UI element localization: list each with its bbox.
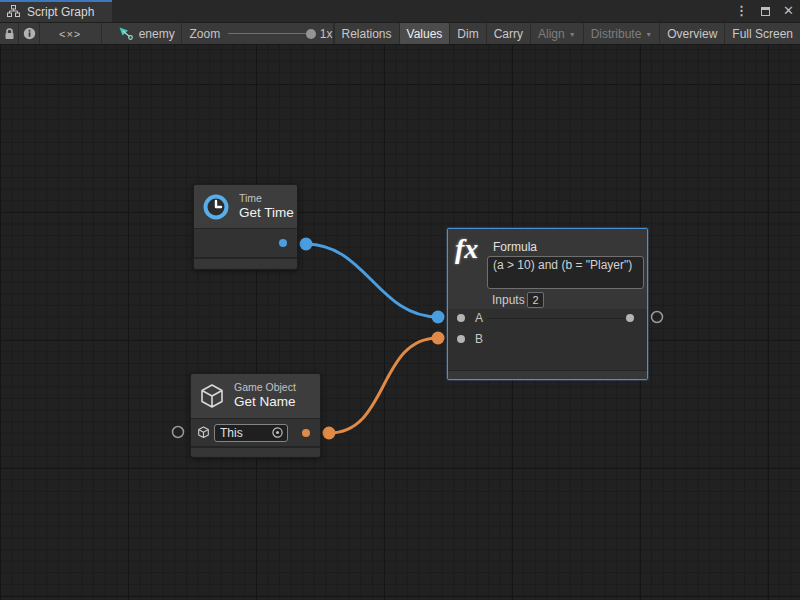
connection-wires [0, 45, 800, 600]
close-icon[interactable]: ✕ [783, 0, 794, 22]
lock-button[interactable] [0, 23, 19, 44]
zoom-slider-handle[interactable] [306, 29, 316, 39]
align-button[interactable]: Align ▼ [530, 23, 583, 44]
formula-expression-input[interactable]: (a > 10) and (b = "Player") [487, 256, 644, 289]
get-time-header: Time Get Time [194, 185, 297, 229]
graph-toolbar: <×> enemy Zoom 1x Relations Values Dim [0, 22, 800, 45]
lock-icon [4, 28, 15, 40]
values-button[interactable]: Values [399, 23, 450, 44]
node-formula[interactable]: fx Formula (a > 10) and (b = "Player") I… [447, 228, 648, 380]
formula-footer [448, 370, 647, 380]
node-get-name[interactable]: Game Object Get Name This [190, 373, 321, 458]
carry-button[interactable]: Carry [486, 23, 530, 44]
wire-endpoint [323, 427, 336, 440]
chevron-down-icon: ▼ [569, 31, 576, 38]
graph-name: enemy [139, 27, 175, 41]
get-name-output-port[interactable] [302, 429, 310, 437]
zoom-value: 1x [320, 27, 333, 41]
node-title: Formula [493, 240, 537, 254]
port-label: B [475, 332, 483, 346]
target-object-value: This [215, 426, 271, 440]
title-bar: Script Graph ⋮ ✕ [0, 0, 800, 22]
zoom-label: Zoom [190, 27, 221, 41]
node-title: Get Time [239, 205, 294, 222]
get-time-output-port[interactable] [279, 239, 287, 247]
overview-button[interactable]: Overview [659, 23, 724, 44]
object-picker-icon[interactable] [271, 426, 284, 439]
inputs-label: Inputs [492, 293, 525, 307]
script-graph-window: Script Graph ⋮ ✕ <×> [0, 0, 800, 600]
wire-endpoint [300, 238, 313, 251]
get-name-ports: This [191, 419, 320, 446]
graph-canvas[interactable]: Time Get Time fx Formula (a > 10) and (b… [0, 45, 800, 600]
wire-endpoint [432, 332, 445, 345]
node-category: Game Object [234, 381, 296, 394]
hierarchy-icon [7, 3, 20, 21]
get-time-footer [194, 257, 297, 268]
script-graph-icon [119, 27, 133, 40]
dim-button[interactable]: Dim [449, 23, 485, 44]
info-icon [23, 27, 36, 40]
node-category: Time [239, 192, 294, 205]
tab-script-graph[interactable]: Script Graph [0, 0, 112, 22]
inputs-count-field[interactable]: 2 [527, 292, 544, 308]
formula-input-a-port[interactable] [457, 314, 465, 322]
target-object-field[interactable]: This [214, 424, 288, 442]
get-name-footer [191, 446, 320, 456]
relations-button[interactable]: Relations [334, 23, 399, 44]
relation-line [487, 318, 624, 319]
tab-title: Script Graph [27, 5, 94, 19]
chevron-down-icon: ▼ [645, 31, 652, 38]
cube-icon [199, 383, 225, 410]
getname-target-input-port[interactable] [173, 427, 184, 438]
maximize-icon[interactable] [761, 7, 770, 16]
node-title: Get Name [234, 394, 296, 411]
node-get-time[interactable]: Time Get Time [193, 184, 298, 270]
graph-asset[interactable]: enemy [102, 23, 182, 44]
fullscreen-button[interactable]: Full Screen [724, 23, 800, 44]
clock-icon [202, 193, 230, 221]
port-row-a: A [448, 310, 647, 326]
zoom-control: Zoom 1x [182, 23, 334, 44]
cube-icon [197, 426, 210, 439]
window-controls: ⋮ ✕ [735, 0, 794, 22]
info-button[interactable] [19, 23, 39, 44]
distribute-button[interactable]: Distribute ▼ [583, 23, 660, 44]
wire-endpoint [432, 311, 445, 324]
code-icon: <×> [59, 28, 81, 40]
formula-result-port[interactable] [626, 314, 634, 322]
wire-getname-to-formula-b[interactable] [329, 338, 438, 433]
get-time-ports [194, 229, 297, 257]
port-label: A [475, 311, 483, 325]
wire-gettime-to-formula-a[interactable] [306, 244, 438, 317]
code-preview-button[interactable]: <×> [40, 23, 102, 44]
formula-output-port[interactable] [652, 312, 663, 323]
zoom-slider[interactable] [228, 33, 312, 34]
get-name-header: Game Object Get Name [191, 374, 320, 419]
fx-icon: fx [455, 233, 478, 265]
menu-icon[interactable]: ⋮ [735, 0, 748, 22]
port-row-b: B [448, 331, 647, 347]
formula-input-b-port[interactable] [457, 335, 465, 343]
